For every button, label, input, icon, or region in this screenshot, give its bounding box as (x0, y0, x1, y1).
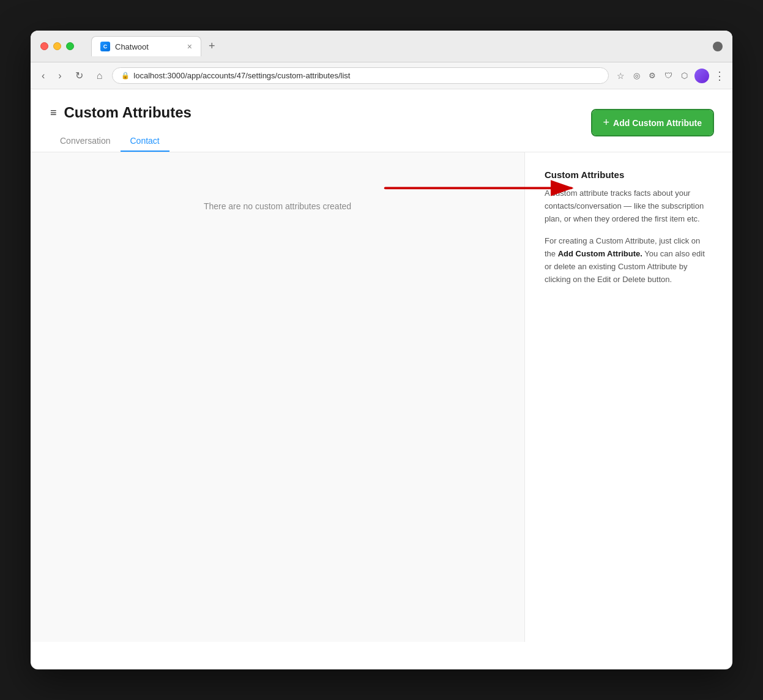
page-header: ≡ Custom Attributes Conversation Contact… (31, 89, 732, 152)
user-avatar[interactable] (694, 69, 709, 83)
tab-bar: C Chatwoot × + (91, 36, 705, 56)
title-bar: C Chatwoot × + (31, 31, 732, 62)
page-wrapper: ≡ Custom Attributes Conversation Contact… (31, 89, 732, 642)
refresh-button[interactable]: ↻ (72, 67, 87, 84)
info-panel-paragraph1: A custom attribute tracks facts about yo… (545, 187, 713, 225)
new-tab-button[interactable]: + (204, 37, 220, 55)
main-area: There are no custom attributes created C… (31, 152, 732, 642)
lock-icon: 🔒 (121, 72, 130, 80)
browser-more-icon[interactable]: ⋮ (714, 70, 725, 81)
active-tab[interactable]: C Chatwoot × (91, 36, 201, 56)
browser-toolbar-right (713, 42, 723, 51)
page-title: Custom Attributes (64, 104, 192, 121)
address-bar-icons: ☆ ◎ ⚙ 🛡 ⬡ ⋮ (615, 69, 725, 83)
extension1-icon[interactable]: ◎ (631, 70, 642, 81)
extension3-icon[interactable]: 🛡 (663, 70, 674, 81)
tab-favicon: C (100, 42, 110, 51)
add-button-label: Add Custom Attribute (613, 118, 702, 128)
minimize-window-button[interactable] (53, 42, 61, 50)
empty-state-message: There are no custom attributes created (204, 201, 351, 211)
info-paragraph2-bold: Add Custom Attribute. (558, 249, 642, 258)
url-text: localhost:3000/app/accounts/47/settings/… (133, 71, 350, 80)
info-panel: Custom Attributes A custom attribute tra… (524, 152, 732, 642)
back-button[interactable]: ‹ (38, 68, 48, 84)
forward-button[interactable]: › (54, 68, 65, 84)
info-panel-title: Custom Attributes (545, 169, 713, 180)
close-window-button[interactable] (40, 42, 48, 50)
tab-conversation[interactable]: Conversation (50, 131, 121, 152)
tab-title: Chatwoot (115, 42, 149, 51)
close-tab-button[interactable]: × (187, 42, 192, 51)
extension2-icon[interactable]: ⚙ (647, 70, 658, 81)
add-icon: + (603, 116, 610, 129)
tab-contact[interactable]: Contact (121, 131, 169, 152)
address-bar-row: ‹ › ↻ ⌂ 🔒 localhost:3000/app/accounts/47… (31, 62, 732, 89)
page-title-row: ≡ Custom Attributes (50, 104, 192, 121)
address-bar[interactable]: 🔒 localhost:3000/app/accounts/47/setting… (112, 67, 609, 84)
browser-menu-icon[interactable] (713, 42, 723, 51)
extension4-icon[interactable]: ⬡ (679, 70, 690, 81)
page-header-left: ≡ Custom Attributes Conversation Contact (50, 104, 192, 152)
maximize-window-button[interactable] (66, 42, 74, 50)
content-area: There are no custom attributes created (31, 152, 524, 642)
home-button[interactable]: ⌂ (93, 68, 106, 84)
add-custom-attribute-button[interactable]: + Add Custom Attribute (592, 110, 713, 135)
info-panel-paragraph2: For creating a Custom Attribute, just cl… (545, 235, 713, 286)
window-controls (40, 42, 74, 50)
bookmark-icon[interactable]: ☆ (615, 70, 626, 81)
hamburger-icon[interactable]: ≡ (50, 106, 57, 119)
content-tabs: Conversation Contact (50, 131, 192, 152)
